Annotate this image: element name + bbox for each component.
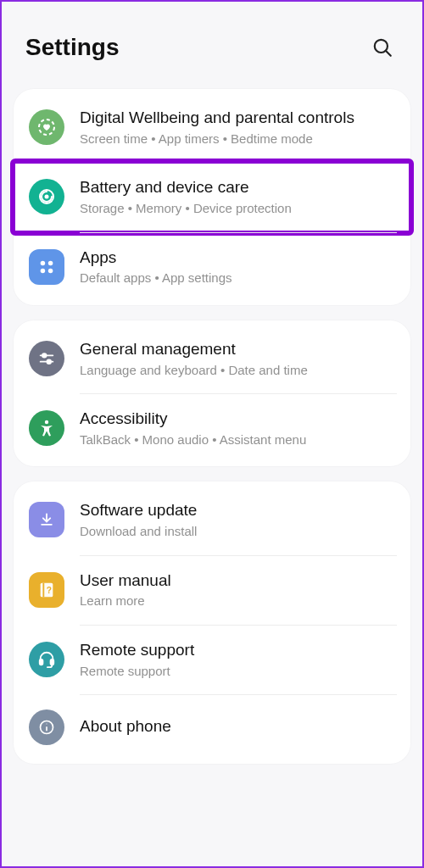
item-title: General management xyxy=(80,339,395,359)
svg-point-8 xyxy=(48,268,53,273)
item-subtitle: Screen time • App timers • Bedtime mode xyxy=(80,131,395,147)
settings-item-aboutphone[interactable]: About phone xyxy=(14,694,410,760)
accessibility-icon xyxy=(29,410,64,446)
apps-icon xyxy=(29,249,64,285)
item-title: Digital Wellbeing and parental controls xyxy=(80,108,395,128)
svg-text:?: ? xyxy=(47,585,52,594)
svg-point-4 xyxy=(45,195,49,199)
settings-item-usermanual[interactable]: ? User manual Learn more xyxy=(14,555,410,625)
settings-item-softwareupdate[interactable]: Software update Download and install xyxy=(14,485,410,554)
svg-rect-17 xyxy=(40,659,43,665)
settings-item-wellbeing[interactable]: Digital Wellbeing and parental controls … xyxy=(14,92,410,162)
item-subtitle: Storage • Memory • Device protection xyxy=(80,200,395,217)
item-title: Software update xyxy=(80,500,395,520)
settings-group: Digital Wellbeing and parental controls … xyxy=(14,89,410,305)
remotesupport-icon xyxy=(29,642,64,677)
item-title: Remote support xyxy=(80,640,395,660)
svg-point-10 xyxy=(42,353,47,358)
devicecare-icon xyxy=(29,179,64,214)
page-title: Settings xyxy=(25,34,119,61)
search-button[interactable] xyxy=(366,31,399,64)
svg-point-12 xyxy=(47,359,51,364)
item-text: General management Language and keyboard… xyxy=(80,339,395,378)
item-title: Apps xyxy=(80,248,395,268)
settings-header: Settings xyxy=(8,2,416,89)
usermanual-icon: ? xyxy=(29,572,64,608)
item-text: Apps Default apps • App settings xyxy=(80,248,395,287)
item-subtitle: Language and keyboard • Date and time xyxy=(80,362,395,379)
item-text: Accessibility TalkBack • Mono audio • As… xyxy=(80,409,395,448)
svg-point-5 xyxy=(41,260,46,265)
settings-item-accessibility[interactable]: Accessibility TalkBack • Mono audio • As… xyxy=(14,393,410,463)
item-text: Software update Download and install xyxy=(80,500,395,539)
settings-item-general[interactable]: General management Language and keyboard… xyxy=(14,324,410,393)
svg-point-7 xyxy=(41,268,46,273)
item-subtitle: Remote support xyxy=(80,663,395,680)
item-subtitle: TalkBack • Mono audio • Assistant menu xyxy=(80,431,395,448)
svg-point-6 xyxy=(48,260,53,265)
item-text: Digital Wellbeing and parental controls … xyxy=(80,108,395,147)
settings-item-apps[interactable]: Apps Default apps • App settings xyxy=(14,232,410,302)
item-title: Battery and device care xyxy=(80,177,395,198)
item-text: About phone xyxy=(80,716,395,739)
settings-item-devicecare[interactable]: Battery and device care Storage • Memory… xyxy=(14,162,410,231)
item-subtitle: Learn more xyxy=(80,593,395,609)
settings-item-remotesupport[interactable]: Remote support Remote support xyxy=(14,625,410,694)
svg-rect-18 xyxy=(51,659,54,665)
item-text: Remote support Remote support xyxy=(80,640,395,679)
wellbeing-icon xyxy=(29,109,64,145)
softwareupdate-icon xyxy=(29,502,64,537)
item-text: User manual Learn more xyxy=(80,570,395,609)
settings-group: Software update Download and install ? U… xyxy=(14,481,410,764)
item-title: User manual xyxy=(80,570,395,591)
item-title: Accessibility xyxy=(80,409,395,429)
settings-group: General management Language and keyboard… xyxy=(14,320,410,467)
item-subtitle: Default apps • App settings xyxy=(80,270,395,287)
svg-line-1 xyxy=(386,51,391,56)
general-icon xyxy=(29,341,64,376)
aboutphone-icon xyxy=(29,709,64,745)
search-icon xyxy=(371,36,393,58)
item-subtitle: Download and install xyxy=(80,523,395,540)
item-title: About phone xyxy=(80,716,395,737)
svg-rect-15 xyxy=(42,582,44,597)
item-text: Battery and device care Storage • Memory… xyxy=(80,177,395,216)
svg-point-13 xyxy=(45,420,48,424)
